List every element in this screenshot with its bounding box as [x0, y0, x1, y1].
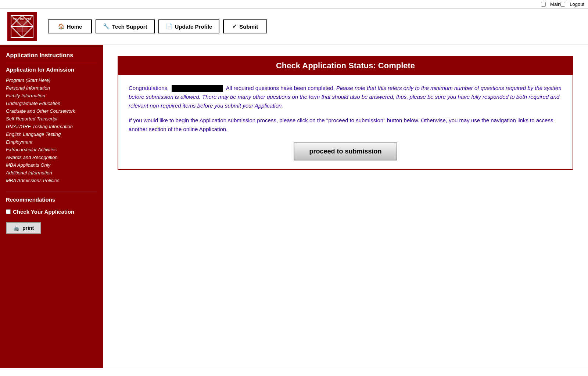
sidebar-item-family[interactable]: Family Information — [6, 92, 97, 100]
sidebar-divider-1 — [6, 62, 97, 62]
check-your-application-row: Check Your Application — [6, 209, 97, 215]
sidebar-item-personal[interactable]: Personal Information — [6, 84, 97, 92]
status-box: Check Application Status: Complete Congr… — [118, 56, 573, 170]
status-body: Congratulations, All required questions … — [118, 75, 573, 169]
top-bar: Main Logout — [0, 0, 588, 9]
checkmark-icon: ✓ — [232, 23, 237, 30]
status-header: Check Application Status: Complete — [118, 57, 573, 75]
check-application-label: Check Your Application — [13, 209, 74, 215]
wrench-icon: 🔧 — [103, 23, 110, 30]
proceed-btn-wrap: proceed to submission — [129, 142, 562, 160]
printer-icon: 🖨️ — [13, 225, 19, 231]
sidebar-item-extracurricular[interactable]: Extracurricular Activities — [6, 146, 97, 153]
sidebar-item-english[interactable]: English Language Testing — [6, 130, 97, 138]
sidebar-item-additional[interactable]: Additional Information — [6, 169, 97, 177]
main-checkbox[interactable] — [541, 2, 546, 7]
tech-support-button[interactable]: 🔧 Tech Support — [96, 19, 155, 33]
home-icon: 🏠 — [58, 23, 65, 30]
sidebar-item-transcript[interactable]: Self-Reported Transcript — [6, 115, 97, 123]
sidebar: Application Instructions Application for… — [0, 45, 103, 368]
footer: Application Home Technical Support Updat… — [0, 368, 588, 376]
sidebar-item-employment[interactable]: Employment — [6, 138, 97, 146]
main-layout: Application Instructions Application for… — [0, 45, 588, 368]
header: YAL · MU · YAS 🏠 Home 🔧 Tech Support 📄 U… — [0, 9, 588, 45]
university-logo: YAL · MU · YAS — [7, 12, 37, 41]
main-link[interactable]: Main — [550, 1, 560, 7]
logout-checkbox[interactable] — [560, 2, 565, 7]
update-profile-button[interactable]: 📄 Update Profile — [158, 19, 220, 33]
sidebar-item-mba-only[interactable]: MBA Applicants Only — [6, 161, 97, 169]
status-paragraph-1: Congratulations, All required questions … — [129, 84, 562, 110]
submit-button[interactable]: ✓ Submit — [223, 19, 267, 33]
sidebar-divider-2 — [6, 192, 97, 192]
sidebar-item-graduate[interactable]: Graduate and Other Coursework — [6, 107, 97, 115]
sidebar-item-undergrad[interactable]: Undergraduate Education — [6, 100, 97, 107]
main-content: Check Application Status: Complete Congr… — [103, 45, 588, 368]
sidebar-application-instructions-title: Application Instructions — [6, 52, 97, 59]
sidebar-item-program[interactable]: Program (Start Here) — [6, 76, 97, 84]
status-paragraph-2: If you would like to begin the Applicati… — [129, 116, 562, 134]
home-button[interactable]: 🏠 Home — [48, 19, 92, 33]
proceed-to-submission-button[interactable]: proceed to submission — [294, 142, 397, 160]
sidebar-admission-group-title: Application for Admission — [6, 66, 97, 73]
document-icon: 📄 — [166, 23, 173, 30]
logout-link[interactable]: Logout — [570, 1, 584, 7]
print-button[interactable]: 🖨️ print — [6, 222, 41, 234]
sidebar-item-mba-policies[interactable]: MBA Admissions Policies — [6, 177, 97, 184]
sidebar-recommendations-title: Recommendations — [6, 196, 97, 203]
sidebar-item-gmat[interactable]: GMAT/GRE Testing Information — [6, 123, 97, 130]
redacted-name — [172, 85, 223, 92]
sidebar-item-awards[interactable]: Awards and Recognition — [6, 153, 97, 161]
check-application-checkbox[interactable] — [6, 209, 11, 214]
